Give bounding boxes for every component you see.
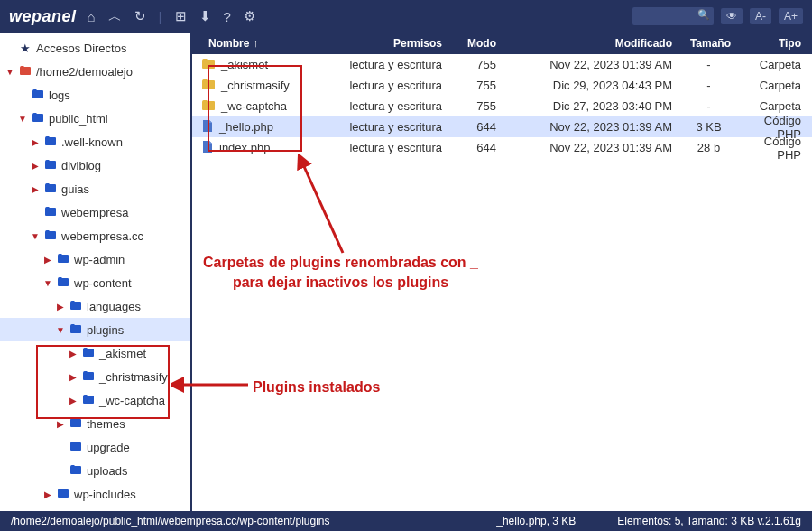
folder-icon (43, 229, 58, 243)
tree-item--akismet[interactable]: ▶_akismet (0, 341, 190, 365)
table-row[interactable]: _wc-captchalectura y escritura755Dic 27,… (192, 96, 812, 116)
tree-item--home2-demoalejo[interactable]: ▼/home2/demoalejo (0, 60, 190, 83)
tree-item-label: _wc-captcha (99, 394, 165, 407)
tree-item-plugins[interactable]: ▼plugins (0, 318, 190, 341)
font-increase-button[interactable]: A+ (779, 8, 803, 24)
toggle-icon[interactable]: ▼ (43, 278, 52, 288)
file-mode: 755 (449, 99, 503, 113)
file-icon (201, 140, 214, 156)
table-row[interactable]: _akismetlectura y escritura755Nov 22, 20… (192, 54, 812, 75)
refresh-icon[interactable]: ↻ (134, 8, 146, 24)
toggle-icon[interactable]: ▶ (69, 396, 78, 405)
search-icon[interactable]: 🔍 (697, 9, 710, 21)
tree-item-label: wp-includes (74, 488, 136, 501)
eye-button[interactable]: 👁 (721, 8, 743, 24)
th-type[interactable]: Tipo (738, 33, 812, 54)
th-permissions[interactable]: Permisos (341, 33, 449, 54)
folder-icon (69, 417, 83, 431)
th-size[interactable]: Tamaño (679, 33, 738, 54)
disk-icon (18, 65, 32, 79)
logo: wepanel (9, 7, 77, 26)
home-icon[interactable]: ⌂ (88, 9, 96, 24)
th-name[interactable]: Nombre↑ (192, 33, 341, 54)
file-size: - (679, 79, 738, 92)
toggle-icon[interactable]: ▶ (43, 255, 52, 265)
font-decrease-button[interactable]: A- (750, 8, 771, 24)
tree-item-label: /home2/demoalejo (36, 65, 133, 79)
tree-item-wp-content[interactable]: ▼wp-content (0, 271, 190, 294)
download-icon[interactable]: ⬇ (199, 8, 211, 24)
toggle-icon[interactable]: ▶ (56, 419, 65, 429)
file-permissions: lectura y escritura (341, 79, 449, 92)
toggle-icon[interactable]: ▶ (69, 372, 78, 382)
help-icon[interactable]: ? (224, 9, 231, 24)
file-permissions: lectura y escritura (341, 58, 449, 71)
tree-item-label: .well-known (61, 135, 123, 149)
table-row[interactable]: index.phplectura y escritura644Nov 22, 2… (192, 137, 812, 158)
star-icon: ★ (18, 42, 32, 55)
file-modified: Nov 22, 2023 01:39 AM (503, 120, 679, 134)
tree-item--well-known[interactable]: ▶.well-known (0, 130, 190, 154)
file-type: Carpeta (738, 99, 812, 113)
status-selected: _hello.php, 3 KB (455, 515, 617, 527)
file-mode: 755 (449, 58, 503, 71)
sort-asc-icon: ↑ (253, 37, 258, 50)
toggle-icon[interactable]: ▶ (56, 302, 65, 312)
file-size: - (679, 99, 738, 113)
tree-item-upgrade[interactable]: upgrade (0, 435, 190, 459)
folder-icon (69, 464, 83, 478)
tree-item-themes[interactable]: ▶themes (0, 412, 190, 435)
toggle-icon[interactable]: ▶ (31, 161, 40, 171)
folder-icon (201, 58, 216, 72)
table-row[interactable]: _hello.phplectura y escritura644Nov 22, … (192, 116, 812, 137)
tree-item-label: _akismet (99, 347, 146, 360)
toggle-icon[interactable]: ▼ (56, 325, 65, 335)
tree-item-uploads[interactable]: uploads (0, 459, 190, 482)
toggle-icon[interactable]: ▶ (43, 489, 52, 499)
tree-item--christmasify[interactable]: ▶_christmasify (0, 365, 190, 388)
tree-item-label: upgrade (87, 441, 130, 454)
up-icon[interactable]: ︿ (108, 8, 122, 25)
divider: | (159, 9, 162, 24)
status-info: Elementos: 5, Tamaño: 3 KB v.2.1.61g (617, 515, 801, 527)
tree-item-label: webempresa (61, 206, 128, 219)
toggle-icon[interactable]: ▶ (69, 349, 78, 359)
grid-icon[interactable]: ⊞ (175, 8, 187, 24)
settings-icon[interactable]: ⚙ (244, 8, 255, 24)
toggle-icon[interactable]: ▶ (31, 137, 40, 147)
sidebar-tree: ★Accesos Directos▼/home2/demoalejologs▼p… (0, 33, 192, 511)
toggle-icon[interactable]: ▼ (5, 67, 14, 77)
file-name: _wc-captcha (221, 99, 287, 113)
tree-item-webempresa[interactable]: webempresa (0, 200, 190, 224)
tree-item-wp-includes[interactable]: ▶wp-includes (0, 482, 190, 506)
table-row[interactable]: _christmasifylectura y escritura755Dic 2… (192, 75, 812, 96)
file-type: Carpeta (738, 79, 812, 92)
tree-item-label: logs (49, 88, 70, 102)
file-size: 3 KB (679, 120, 738, 134)
th-modified[interactable]: Modificado (503, 33, 679, 54)
file-permissions: lectura y escritura (341, 120, 449, 134)
tree-item-wp-admin[interactable]: ▶wp-admin (0, 247, 190, 271)
annotation-text-renamed: Carpetas de plugins renombradas con _ pa… (203, 253, 478, 293)
tree-item-webempresa-cc[interactable]: ▼webempresa.cc (0, 224, 190, 247)
tree-item-label: diviblog (61, 159, 101, 172)
tree-item-label: public_html (49, 112, 108, 126)
tree-item--wc-captcha[interactable]: ▶_wc-captcha (0, 388, 190, 412)
file-name: index.php (219, 141, 270, 154)
tree-item-logs[interactable]: logs (0, 83, 190, 107)
tree-item-languages[interactable]: ▶languages (0, 294, 190, 318)
th-mode[interactable]: Modo (449, 33, 503, 54)
file-mode: 644 (449, 120, 503, 134)
toggle-icon[interactable]: ▼ (18, 114, 27, 124)
tree-item-public-html[interactable]: ▼public_html (0, 107, 190, 130)
tree-item-accesos-directos[interactable]: ★Accesos Directos (0, 36, 190, 60)
folder-icon (81, 347, 96, 360)
folder-icon (43, 159, 58, 172)
folder-icon (56, 253, 70, 266)
toggle-icon[interactable]: ▼ (31, 231, 40, 241)
tree-item-diviblog[interactable]: ▶diviblog (0, 154, 190, 177)
file-mode: 644 (449, 141, 503, 154)
toggle-icon[interactable]: ▶ (31, 184, 40, 194)
file-icon (201, 119, 214, 135)
tree-item-guias[interactable]: ▶guias (0, 177, 190, 200)
